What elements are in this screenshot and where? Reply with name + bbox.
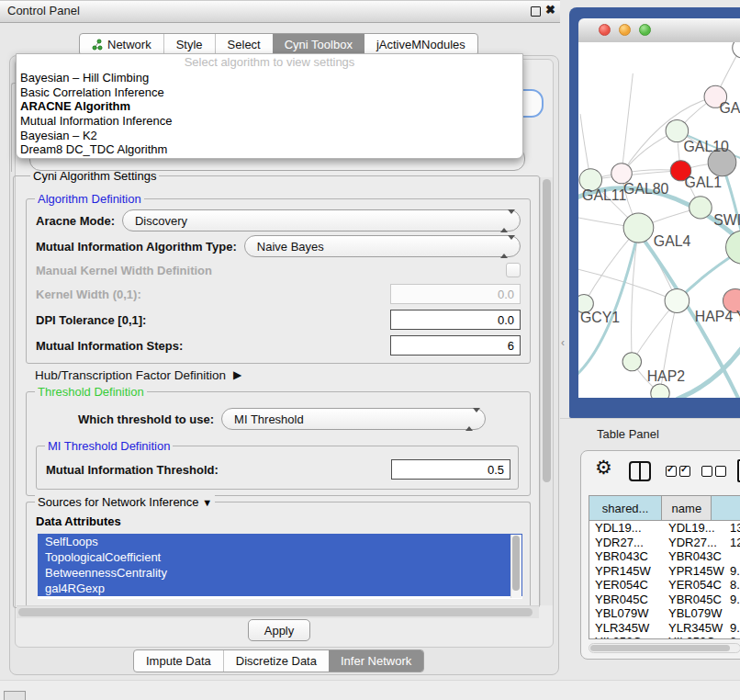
mi-steps-label: Mutual Information Steps: (36, 339, 183, 353)
status-strip (0, 680, 740, 700)
close-traffic-light-icon[interactable] (599, 24, 611, 36)
algorithm-option-mutual-information-inference[interactable]: Mutual Information Inference (17, 114, 522, 129)
algorithm-definition-group: Algorithm Definition Aracne Mode: Discov… (26, 198, 531, 364)
mi-steps-field[interactable]: 6 (390, 335, 521, 356)
table-row[interactable]: YDR27...YDR27...12 (589, 536, 740, 550)
tab-impute-data[interactable]: Impute Data (134, 650, 223, 672)
table-cell: YER054C (595, 578, 648, 593)
hub-transcription-factor-expander[interactable]: Hub/Transcription Factor Definition ▶ (35, 367, 241, 383)
table-horizontal-scrollbar[interactable] (589, 643, 740, 653)
check-all-icon[interactable] (666, 466, 690, 477)
algorithm-option-basic-correlation-inference[interactable]: Basic Correlation Inference (17, 85, 522, 100)
network-canvas[interactable]: GALGAL80GAL10GAL1GAL11SWI4GAL4GCY1HAP4YH… (578, 42, 740, 398)
network-edge[interactable] (678, 344, 740, 398)
tab-label: jActiveMNodules (376, 38, 465, 51)
network-edge[interactable] (590, 171, 680, 180)
algorithm-option-dream8-dc-tdc-algorithm[interactable]: Dream8 DC_TDC Algorithm (17, 142, 522, 157)
tab-jactivemnodules[interactable]: jActiveMNodules (364, 34, 477, 55)
split-columns-icon[interactable] (629, 461, 651, 481)
network-node[interactable] (622, 353, 641, 371)
tab-style[interactable]: Style (163, 34, 215, 55)
tab-label: Infer Network (341, 654, 411, 668)
attribute-item-betweennesscentrality[interactable]: BetweennessCentrality (38, 565, 522, 581)
algorithm-option-aracne-algorithm[interactable]: ARACNE Algorithm (17, 99, 522, 114)
table-cell: YBL079W (595, 606, 649, 621)
close-window-icon[interactable]: ✖ (545, 3, 555, 17)
attributes-scrollbar-thumb[interactable] (512, 536, 520, 591)
tab-infer-network[interactable]: Infer Network (329, 650, 423, 672)
tab-cyni-toolbox[interactable]: Cyni Toolbox (273, 34, 364, 55)
tab-label: Cyni Toolbox (285, 38, 353, 51)
kernel-width-value: 0.0 (498, 288, 514, 301)
aracne-mode-combobox[interactable]: Discovery (122, 209, 521, 231)
manual-kernel-width-checkbox[interactable] (506, 263, 521, 277)
network-graph-icon (92, 39, 103, 51)
network-edge[interactable] (622, 73, 633, 174)
network-node[interactable] (623, 213, 654, 243)
column-header-2[interactable] (712, 496, 740, 520)
collapse-down-icon[interactable]: ▼ (202, 497, 212, 508)
tab-label: Impute Data (146, 654, 211, 668)
sources-legend-text: Sources for Network Inference (38, 495, 199, 509)
mi-threshold-value: 0.5 (488, 463, 504, 477)
table-row[interactable]: YDL19...YDL19...13 (589, 521, 740, 536)
apply-button[interactable]: Apply (248, 619, 310, 641)
uncheck-all-icon[interactable] (701, 466, 726, 477)
screen: Control Panel ✖ NetworkStyleSelectCyni T… (0, 0, 740, 700)
network-node[interactable] (651, 384, 669, 398)
table-row[interactable]: YER054CYER054C8. (589, 578, 740, 593)
tab-select[interactable]: Select (215, 34, 273, 55)
table-row[interactable]: YBR043CYBR043C (589, 549, 740, 564)
expand-right-icon[interactable]: ▶ (233, 368, 241, 381)
restore-window-icon[interactable] (531, 6, 541, 17)
algorithm-option-bayesian-hill-climbing[interactable]: Bayesian – Hill Climbing (17, 71, 522, 85)
settings-vertical-scrollbar-thumb[interactable] (543, 179, 551, 482)
dpi-tolerance-field[interactable]: 0.0 (390, 310, 521, 330)
column-header-name[interactable]: name (662, 496, 712, 520)
dock-panel-icon[interactable] (4, 691, 26, 700)
node-label-hap2: HAP2 (647, 368, 685, 384)
table-row[interactable]: YBL079WYBL079W (589, 606, 740, 621)
minimize-traffic-light-icon[interactable] (619, 24, 631, 36)
network-node[interactable] (733, 42, 740, 58)
settings-vertical-scrollbar[interactable] (540, 177, 553, 605)
tab-discretize-data[interactable]: Discretize Data (223, 650, 329, 672)
tab-label: Style (176, 38, 203, 51)
table-toolbar: ⚙ (581, 451, 740, 493)
table-cell: YBR045C (668, 593, 722, 607)
node-label-gal80: GAL80 (623, 181, 669, 197)
attribute-item-selfloops[interactable]: SelfLoops (38, 534, 522, 549)
algorithm-option-bayesian-k2[interactable]: Bayesian – K2 (17, 129, 522, 143)
algorithm-dropdown-popup: Select algorithm to view settings Bayesi… (16, 53, 523, 159)
manual-kernel-width-label: Manual Kernel Width Definition (36, 264, 212, 277)
tab-network[interactable]: Network (80, 34, 163, 55)
mi-threshold-definition-legend: MI Threshold Definition (45, 439, 173, 453)
table-horizontal-scrollbar-thumb[interactable] (590, 645, 730, 651)
settings-horizontal-scrollbar[interactable] (17, 605, 539, 618)
table-row[interactable]: YPR145WYPR145W9. (589, 564, 740, 579)
zoom-traffic-light-icon[interactable] (639, 24, 651, 36)
threshold-definition-legend: Threshold Definition (35, 385, 147, 399)
attributes-scrollbar[interactable] (510, 535, 521, 598)
attribute-item-topologicalcoefficient[interactable]: TopologicalCoefficient (38, 549, 522, 565)
kernel-width-field[interactable]: 0.0 (390, 284, 521, 304)
algorithm-definition-legend: Algorithm Definition (35, 192, 144, 206)
network-node[interactable] (690, 197, 712, 219)
table-row[interactable]: YLR345WYLR345W9. (589, 621, 740, 636)
network-graph[interactable]: GALGAL80GAL10GAL1GAL11SWI4GAL4GCY1HAP4YH… (578, 42, 740, 398)
settings-horizontal-scrollbar-thumb[interactable] (18, 608, 533, 616)
column-header-shared[interactable]: shared... (589, 496, 662, 520)
table-cell: 12 (730, 536, 740, 550)
attribute-item-gal4rgexp[interactable]: gal4RGexp (38, 581, 522, 596)
split-pane-collapse-icon[interactable]: ‹ (561, 336, 565, 349)
network-window-titlebar[interactable] (578, 18, 740, 43)
dpi-tolerance-label: DPI Tolerance [0,1]: (36, 313, 146, 327)
which-threshold-combobox[interactable]: MI Threshold (221, 408, 486, 430)
gear-icon[interactable]: ⚙ (595, 457, 612, 477)
table-row[interactable]: YBR045CYBR045C9. (589, 593, 740, 607)
mi-threshold-field[interactable]: 0.5 (391, 459, 510, 480)
table-cell: 8. (730, 578, 740, 593)
network-node[interactable] (665, 288, 690, 312)
mi-algorithm-type-combobox[interactable]: Naive Bayes (244, 235, 521, 257)
table-row[interactable]: YIL052CYIL052C8 (589, 635, 740, 639)
